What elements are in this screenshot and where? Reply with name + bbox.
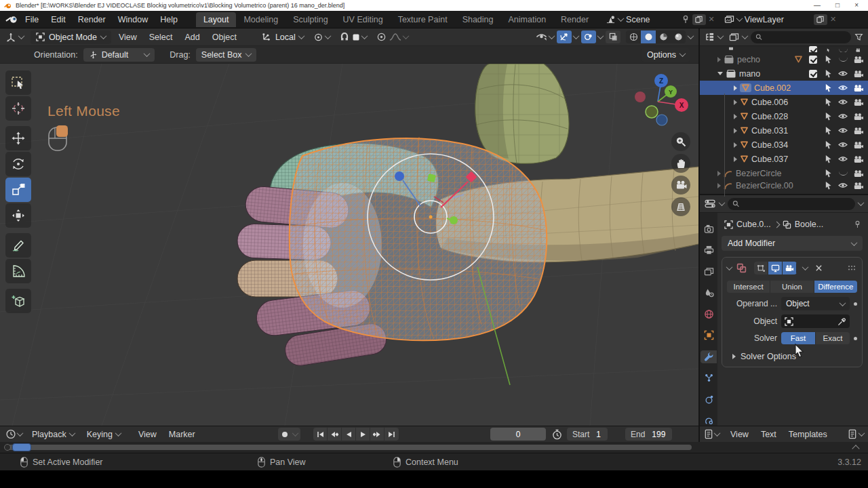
move-tool[interactable] (5, 126, 31, 150)
collection-checkbox[interactable] (809, 56, 817, 64)
close-icon[interactable]: × (854, 1, 859, 10)
menu-edit[interactable]: Edit (45, 13, 72, 26)
union-button[interactable]: Union (770, 281, 814, 293)
selectability-icon[interactable] (825, 169, 832, 178)
annotate-tool[interactable] (5, 233, 31, 258)
editor-type-icon[interactable] (5, 33, 16, 42)
selectability-icon[interactable] (825, 155, 832, 163)
jump-to-start-button[interactable] (313, 428, 328, 441)
record-icon[interactable] (281, 430, 289, 439)
snap-magnet-icon[interactable] (340, 33, 349, 42)
outliner-row-cube-034[interactable]: Cube.034 (700, 138, 868, 152)
properties-editor-icon[interactable] (705, 199, 716, 208)
expand-arrow-icon[interactable] (734, 142, 737, 148)
menu-object[interactable]: Object (208, 30, 241, 44)
outliner-item-label[interactable]: BezierCircle (736, 169, 818, 178)
camera-render-icon[interactable] (853, 155, 863, 163)
material-preview-shading-button[interactable] (656, 30, 671, 43)
camera-render-icon[interactable] (853, 98, 863, 106)
selectability-icon[interactable] (825, 98, 832, 106)
tab-scene-properties[interactable] (701, 287, 717, 300)
keying-menu[interactable]: Keying (81, 428, 126, 441)
viewport-3d[interactable]: Object Mode View Select Add Object Local (0, 28, 698, 426)
maximize-icon[interactable]: □ (835, 1, 840, 10)
cursor-tool[interactable] (5, 96, 31, 121)
select-box-tool[interactable] (5, 70, 31, 95)
expand-arrow-icon[interactable] (734, 100, 737, 105)
object-picker-field[interactable] (781, 314, 850, 328)
gizmo-z-handle[interactable] (395, 171, 404, 181)
outliner-row-pecho[interactable]: pecho (700, 52, 868, 66)
outliner-row-cube-037[interactable]: Cube.037 (700, 152, 868, 166)
overlays-toggle[interactable] (581, 30, 603, 43)
scene-name[interactable]: Scene (626, 15, 650, 24)
options-dropdown[interactable]: Options (642, 48, 690, 62)
scale-tool[interactable] (5, 178, 31, 202)
camera-render-icon[interactable] (853, 113, 863, 121)
new-view-layer-button[interactable] (814, 14, 827, 25)
pin-icon[interactable] (854, 220, 861, 228)
eyedropper-icon[interactable] (837, 317, 846, 326)
chevron-up-icon[interactable] (852, 445, 859, 452)
eye-open-icon[interactable] (838, 113, 848, 119)
tab-animation[interactable]: Animation (501, 12, 554, 27)
selectability-icon[interactable] (825, 140, 832, 149)
search-input[interactable] (765, 33, 846, 41)
tab-view-layer-properties[interactable] (701, 265, 717, 278)
zoom-button[interactable] (671, 132, 690, 151)
add-cube-tool[interactable] (5, 289, 31, 313)
minimize-icon[interactable]: — (814, 1, 821, 10)
jump-to-keyframe-prev-button[interactable] (328, 428, 342, 441)
text-text-menu[interactable]: Text (755, 428, 782, 441)
menu-add[interactable]: Add (180, 30, 205, 44)
animate-dot-icon[interactable] (854, 302, 857, 306)
search-input[interactable] (742, 200, 850, 208)
orthographic-toggle-button[interactable] (671, 197, 690, 216)
xray-toggle[interactable] (606, 30, 620, 43)
axis-neg-y-ball[interactable] (646, 106, 658, 118)
jump-to-end-button[interactable] (384, 428, 399, 441)
falloff-dropdown[interactable] (389, 33, 408, 41)
chevron-down-icon[interactable] (292, 430, 299, 436)
camera-render-icon[interactable] (853, 70, 863, 78)
tab-shading[interactable]: Shading (455, 12, 501, 27)
outliner-item-label[interactable]: mano (739, 69, 803, 79)
view-menu[interactable]: View (133, 428, 162, 441)
outliner-row-beziercircle-00[interactable]: BezierCircle.00 (700, 180, 868, 190)
collapse-arrow-icon[interactable] (717, 72, 723, 75)
timeline-editor-icon[interactable] (5, 429, 16, 439)
view-layer-selector[interactable]: ViewLayer ✕ (724, 14, 836, 25)
timeline-scrollbar[interactable] (5, 445, 692, 450)
render-display-toggle[interactable] (783, 262, 797, 274)
wireframe-shading-button[interactable] (626, 30, 641, 43)
play-reverse-button[interactable] (342, 428, 356, 441)
camera-render-icon[interactable] (853, 84, 863, 92)
outliner-row-partial[interactable] (700, 46, 868, 52)
selected-cube-mesh[interactable] (290, 137, 547, 340)
pin-icon[interactable] (682, 15, 690, 24)
snap-target-dropdown[interactable] (352, 33, 367, 41)
camera-render-icon[interactable] (853, 56, 863, 64)
tab-texture-paint[interactable]: Texture Paint (391, 12, 455, 27)
camera-render-icon[interactable] (853, 127, 863, 135)
outliner-item-label[interactable]: Cube.034 (751, 140, 818, 150)
extras-chevron-icon[interactable] (802, 264, 809, 270)
tab-modeling[interactable]: Modeling (236, 12, 285, 27)
eye-open-icon[interactable] (838, 85, 848, 91)
expand-arrow-icon[interactable] (734, 128, 737, 134)
selectability-icon[interactable] (825, 181, 832, 190)
blender-logo-icon[interactable] (5, 15, 19, 24)
transform-orientation-dropdown[interactable]: Local (262, 33, 304, 42)
camera-render-icon[interactable] (853, 169, 863, 178)
expand-arrow-icon[interactable] (734, 85, 737, 91)
tab-render[interactable]: Render (553, 12, 596, 27)
difference-button[interactable]: Difference (814, 281, 857, 293)
text-templates-menu[interactable]: Templates (783, 428, 833, 441)
new-text-button[interactable] (848, 429, 864, 439)
tab-object-properties[interactable] (701, 329, 717, 342)
new-scene-button[interactable] (692, 14, 706, 25)
menu-render[interactable]: Render (72, 13, 112, 26)
pivot-point-dropdown[interactable] (313, 33, 330, 42)
drag-dropdown[interactable]: Select Box (196, 48, 256, 62)
outliner-item-label[interactable]: BezierCircle.00 (736, 181, 818, 190)
